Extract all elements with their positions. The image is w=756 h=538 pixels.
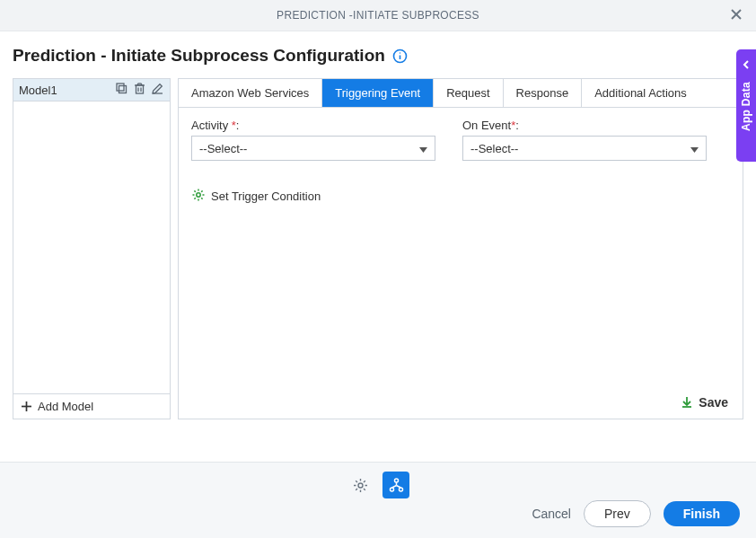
finish-button[interactable]: Finish (664, 501, 740, 526)
svg-rect-5 (119, 85, 127, 93)
required-asterisk: * (232, 119, 236, 132)
onevent-value: --Select-- (470, 142, 518, 155)
config-panel: Amazon Web Services Triggering Event Req… (178, 78, 743, 419)
chevron-down-icon (690, 142, 699, 155)
chevron-down-icon (419, 142, 427, 155)
activity-value: --Select-- (199, 142, 247, 155)
modal-title: PREDICTION -INITIATE SUBPROCESS (277, 9, 479, 22)
close-icon[interactable] (729, 7, 743, 25)
info-icon[interactable] (392, 49, 408, 64)
svg-point-17 (197, 193, 200, 197)
page-title-row: Prediction - Initiate Subprocess Configu… (0, 31, 756, 78)
tab-triggering-event[interactable]: Triggering Event (322, 79, 434, 107)
prev-button[interactable]: Prev (584, 500, 651, 527)
svg-point-23 (399, 488, 402, 491)
activity-label: Activity *: (191, 119, 435, 132)
download-icon (680, 395, 694, 410)
required-asterisk: * (511, 119, 515, 132)
tab-request[interactable]: Request (434, 79, 503, 107)
save-button[interactable]: Save (680, 395, 728, 410)
tab-additional-actions[interactable]: Additional Actions (582, 79, 699, 107)
settings-view-icon[interactable] (347, 472, 374, 498)
add-model-label: Add Model (38, 400, 93, 413)
add-model-button[interactable]: Add Model (13, 393, 170, 419)
svg-point-20 (358, 483, 363, 488)
tab-aws[interactable]: Amazon Web Services (179, 79, 322, 107)
footer: Cancel Prev Finish (0, 462, 756, 538)
svg-rect-6 (117, 84, 124, 91)
gear-icon (191, 188, 206, 205)
model-name: Model1 (19, 84, 57, 97)
copy-icon[interactable] (115, 82, 128, 99)
model-sidebar: Model1 (13, 78, 171, 419)
svg-point-4 (400, 52, 400, 53)
tabs: Amazon Web Services Triggering Event Req… (179, 79, 743, 108)
set-trigger-condition[interactable]: Set Trigger Condition (179, 172, 743, 205)
trigger-link-label: Set Trigger Condition (211, 190, 321, 203)
svg-line-26 (396, 485, 400, 488)
onevent-label: On Event*: (462, 119, 707, 132)
modal-header: PREDICTION -INITIATE SUBPROCESS (0, 0, 756, 31)
save-label: Save (699, 395, 728, 410)
svg-point-21 (394, 479, 398, 482)
tab-response[interactable]: Response (504, 79, 583, 107)
page-title: Prediction - Initiate Subprocess Configu… (13, 46, 385, 66)
app-data-tab[interactable]: App Data (736, 49, 756, 162)
activity-select[interactable]: --Select-- (191, 136, 435, 161)
onevent-select[interactable]: --Select-- (462, 136, 707, 161)
trash-icon[interactable] (133, 82, 146, 99)
app-data-label: App Data (740, 82, 752, 131)
svg-point-22 (390, 488, 393, 491)
chevron-left-icon (742, 57, 751, 73)
edit-icon[interactable] (151, 82, 164, 99)
cancel-button[interactable]: Cancel (532, 507, 571, 521)
svg-rect-7 (136, 85, 144, 93)
flow-view-icon[interactable] (382, 472, 409, 498)
plus-icon (21, 401, 32, 412)
svg-line-25 (391, 485, 396, 488)
model-row[interactable]: Model1 (13, 79, 170, 101)
